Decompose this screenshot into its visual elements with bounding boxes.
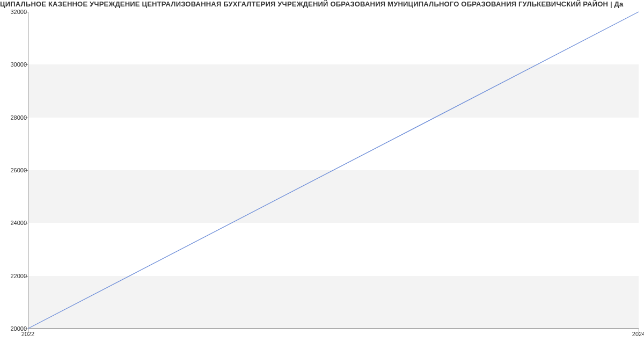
y-tick-label: 30000 (1, 61, 27, 68)
x-tick-label: 2022 (21, 331, 34, 337)
y-tick-label: 22000 (1, 273, 27, 279)
y-tick-label: 24000 (1, 220, 27, 226)
y-tick-label: 32000 (1, 9, 27, 15)
chart-title: ЦИПАЛЬНОЕ КАЗЕННОЕ УЧРЕЖДЕНИЕ ЦЕНТРАЛИЗО… (0, 0, 644, 8)
chart-container: ЦИПАЛЬНОЕ КАЗЕННОЕ УЧРЕЖДЕНИЕ ЦЕНТРАЛИЗО… (0, 0, 644, 349)
y-tick-label: 26000 (1, 167, 27, 173)
x-tick-label: 2024 (632, 331, 644, 337)
plot-area (28, 12, 639, 329)
y-tick-label: 28000 (1, 114, 27, 121)
series-line (28, 12, 639, 329)
data-line (28, 12, 639, 329)
